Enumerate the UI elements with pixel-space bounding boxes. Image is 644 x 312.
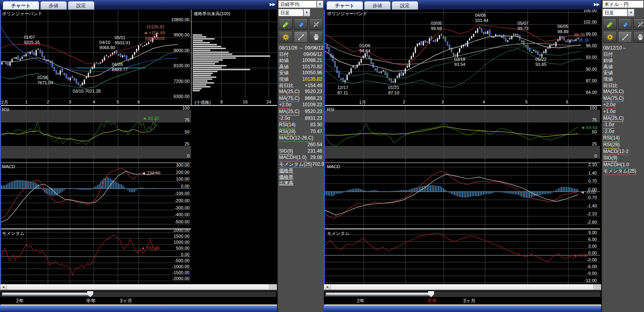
pencil-icon[interactable]	[603, 18, 617, 30]
chevron-down-icon[interactable]: ▼	[628, 9, 634, 16]
right-horizontal-scrollbar[interactable]: ◄	[324, 284, 601, 290]
svg-text:10800.00: 10800.00	[171, 17, 189, 22]
pencil-icon[interactable]	[279, 18, 293, 30]
momentum-chart-usdjpy[interactable]: モメンタム 9.006.003.000.00-3.00-6.00-9.00-12…	[325, 229, 600, 284]
symbol-combobox[interactable]: 米ドル・円	[602, 0, 644, 8]
eraser-icon[interactable]	[618, 18, 632, 30]
data-row: MACD(12-26,C)	[278, 135, 324, 142]
left-x-axis: 12月123456(十億株)81624	[0, 99, 277, 106]
period-value: 日足	[602, 9, 628, 16]
range-button-3ヶ月[interactable]: 3ヶ月	[463, 298, 476, 304]
price-chart-nikkei[interactable]: ボリンジャーバンド 10800.009900.009000.008100.007…	[0, 10, 191, 99]
symbol-combobox[interactable]: 日経平均 ▼	[278, 0, 323, 8]
svg-text:05/0799.73: 05/0799.73	[518, 21, 529, 31]
svg-text:0.00: 0.00	[588, 250, 597, 255]
scrollbar-grip[interactable]	[269, 284, 277, 290]
tab-chart-label: チャート	[335, 3, 355, 8]
svg-text:100: 100	[590, 106, 597, 110]
tab-chart-left[interactable]: チャート	[3, 1, 39, 10]
panel-divider	[0, 163, 191, 163]
svg-text:04/288493.77: 04/288493.77	[112, 62, 128, 72]
macd-chart-nikkei[interactable]: MACD 300.00200.00100.000.00-100.00-200.0…	[0, 163, 191, 229]
tab-ticks-left[interactable]: 歩値	[40, 1, 67, 10]
rsi-chart-nikkei[interactable]: RSI 1007550250◄ 83.30	[0, 106, 191, 163]
gear-icon[interactable]	[603, 31, 617, 43]
svg-text:-2.80: -2.80	[587, 220, 597, 225]
range-button-半年[interactable]: 半年	[86, 298, 96, 304]
period-value: 日足	[278, 9, 303, 16]
range-button-3ヶ月[interactable]: 3ヶ月	[120, 298, 132, 304]
chevron-down-icon[interactable]: ▼	[303, 9, 310, 16]
printer-icon[interactable]	[309, 31, 323, 43]
scrollbar-track[interactable]	[331, 284, 593, 290]
chevron-down-icon[interactable]: ▼	[317, 0, 323, 8]
data-row: MA(75,C)	[602, 95, 644, 102]
data-link-row[interactable]: 価格帯	[278, 168, 324, 174]
data-row: 安値	[602, 70, 644, 76]
data-row: SIG(9)	[602, 155, 644, 162]
tab-ticks-right[interactable]: 歩値	[364, 1, 391, 10]
line-delete-icon[interactable]	[309, 18, 323, 30]
price-chart-usdjpy[interactable]: ボリンジャーバンド 105.00102.0099.0096.0093.0090.…	[325, 10, 600, 99]
data-row: 始値10088.21	[278, 58, 324, 64]
volume-profile-chart[interactable]: 価格帯出来高(100)	[191, 10, 277, 99]
svg-text:102.00: 102.00	[583, 20, 597, 24]
eraser-icon[interactable]	[294, 18, 308, 30]
tab-settings-left[interactable]: 設定	[68, 1, 94, 10]
svg-text:03/0599.68: 03/0599.68	[431, 21, 442, 31]
svg-text:500.00: 500.00	[176, 246, 189, 250]
tab-chart-label: チャート	[11, 3, 31, 8]
svg-text:200.00: 200.00	[176, 170, 189, 175]
right-range-slider[interactable]	[324, 290, 601, 298]
printer-icon[interactable]	[633, 31, 644, 43]
macd-chart-usdjpy[interactable]: MACD 2.101.400.700.00-0.70-1.40-2.10-2.8…	[325, 163, 600, 229]
fast-forward-icon[interactable]: ▶▶	[594, 2, 599, 6]
svg-text:3.00: 3.00	[588, 244, 597, 248]
period-combobox[interactable]: 日足 ▼	[602, 9, 634, 16]
left-horizontal-scrollbar[interactable]: ◄	[0, 284, 277, 290]
svg-text:01/267671.04: 01/267671.04	[37, 75, 53, 85]
panel-divider	[324, 163, 600, 163]
tab-chart-right[interactable]: チャート	[327, 1, 363, 10]
tab-settings-right[interactable]: 設定	[392, 1, 418, 10]
range-button-半年[interactable]: 半年	[427, 298, 437, 304]
data-row: モメンタム(25)702.99	[278, 161, 324, 168]
fast-forward-icon[interactable]: ▶▶	[270, 2, 275, 6]
data-link-row[interactable]: 出来高	[278, 180, 324, 187]
data-row: 前日比	[602, 83, 644, 89]
svg-text:◄ +154.49: ◄ +154.49	[144, 30, 165, 35]
svg-text:7200.00: 7200.00	[173, 79, 189, 83]
data-row: MA(25,C)	[602, 89, 644, 95]
svg-text:87.00: 87.00	[586, 78, 597, 83]
period-combobox[interactable]: 日足 ▼	[278, 9, 310, 16]
range-button-2年[interactable]: 2年	[16, 298, 24, 304]
left-range-slider[interactable]	[0, 290, 277, 298]
trendline-icon[interactable]	[618, 31, 632, 43]
data-link-row[interactable]: 価格帯	[278, 174, 324, 181]
x-axis-tick: 5	[525, 99, 528, 104]
svg-text:100.00: 100.00	[176, 177, 189, 181]
data-row: MACDH(1.0)29.08	[278, 155, 324, 161]
svg-text:50: 50	[185, 129, 189, 134]
scrollbar-grip[interactable]	[593, 284, 601, 290]
gear-icon[interactable]	[279, 31, 293, 43]
data-row: +1.0σ	[602, 109, 644, 115]
rsi-chart-usdjpy[interactable]: RSI 1007550250◄ 64.43	[325, 106, 600, 163]
volume-profile-label: 価格帯出来高(100)	[193, 11, 230, 17]
data-row: RSI(28)70.47	[278, 129, 324, 135]
svg-text:01/0694.64: 01/0694.64	[359, 43, 371, 53]
svg-text:96.00: 96.00	[586, 43, 597, 48]
scroll-left-icon[interactable]: ◄	[0, 284, 7, 290]
line-delete-icon[interactable]	[633, 18, 644, 30]
data-row: 前日比+154.49	[278, 83, 324, 89]
x-axis-tick: 5	[117, 99, 119, 104]
trendline-icon[interactable]	[294, 31, 308, 43]
l_price-svg: 10800.009900.009000.008100.007200.006300…	[0, 10, 191, 99]
range-button-2年[interactable]: 2年	[357, 298, 365, 304]
x-axis-tick: 6	[566, 99, 568, 104]
momentum-chart-nikkei[interactable]: モメンタム 2000.001500.001000.00500.000.00-50…	[0, 229, 191, 284]
scrollbar-track[interactable]	[7, 284, 269, 290]
svg-text:-2.10: -2.10	[587, 211, 597, 216]
scroll-left-icon[interactable]: ◄	[324, 284, 331, 290]
l_mom-svg: 2000.001500.001000.00500.000.00-500.00-1…	[0, 229, 191, 284]
